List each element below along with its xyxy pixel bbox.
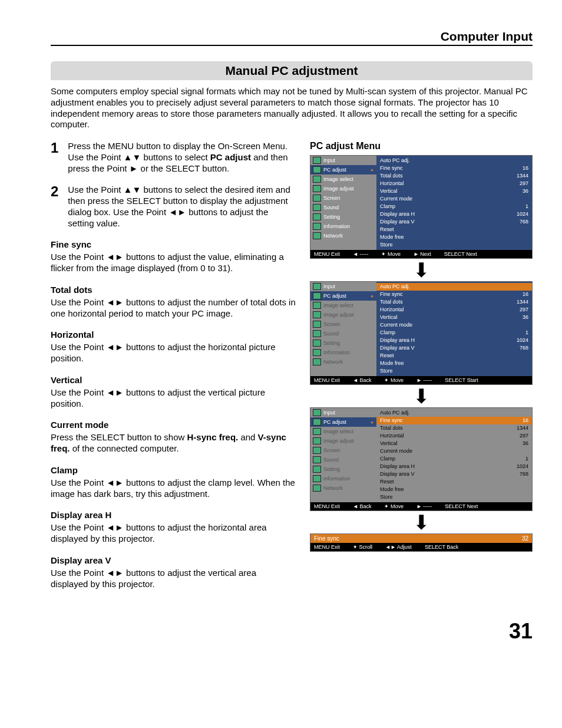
subsection-body: Use the Point ◄► buttons to adjust the h… [51,342,296,364]
menu-item: Network [310,357,376,367]
down-arrow-icon: ⬇ [310,512,533,532]
menu-icon [313,358,321,365]
subsection-heading: Fine sync [51,239,296,249]
status-item: MENU Exit [314,544,340,550]
value-row: Auto PC adj. [380,409,528,417]
menu-item: Input [310,156,376,165]
subsection-vertical: Vertical Use the Point ◄► buttons to adj… [51,375,296,410]
menu-icon [313,166,321,173]
status-item: ✦ Move [381,251,401,257]
section-title: Manual PC adjustment [51,61,533,80]
subsection-body: Use the Point ◄► buttons to adjust the c… [51,477,296,500]
value-row: Clamp1 [380,203,528,210]
status-item: SELECT Back [425,544,458,550]
value-row: Auto PC adj. [376,283,532,291]
value-row: Total dots1344 [380,172,528,180]
step-number: 1 [51,141,58,174]
menu-item: Image adjust [310,184,376,193]
subsection-horizontal: Horizontal Use the Point ◄► buttons to a… [51,330,296,364]
osd-screenshot-1: InputPC adjust ▸Image selectImage adjust… [310,155,533,259]
menu-icon [313,340,321,347]
menu-item: Setting [310,212,376,222]
subsection-heading: Display area V [51,555,296,565]
menu-icon [313,283,321,290]
status-item: MENU Exit [314,251,340,257]
subsection-body: Press the SELECT button to show H-sync f… [51,432,296,454]
status-item: MENU Exit [314,377,340,383]
subsection-heading: Total dots [51,285,296,295]
value-row: Mode free [380,233,528,241]
menu-item: Setting [310,465,376,474]
subsection-heading: Vertical [51,375,296,385]
value-row: Auto PC adj. [380,157,528,164]
value-row: Current mode [380,447,528,455]
subsection-clamp: Clamp Use the Point ◄► buttons to adjust… [51,465,296,500]
menu-icon [313,232,321,239]
osd-screenshot-3: InputPC adjust ▸Image selectImage adjust… [310,407,533,511]
subsection-total-dots: Total dots Use the Point ◄► buttons to a… [51,285,296,319]
menu-item: Setting [310,338,376,348]
value-row: Horizontal297 [380,432,528,440]
menu-icon [313,157,321,164]
status-item: ✦ Move [384,503,404,509]
status-item: ◄ Back [353,377,371,383]
status-item: ✦ Scroll [353,544,372,550]
menu-item: Network [310,483,376,493]
value-row: Total dots1344 [380,298,528,306]
step-body: Press the MENU button to display the On-… [68,141,296,174]
value-row: Store [380,241,528,249]
step-number: 2 [51,185,58,229]
value-row: Display area V768 [380,470,528,478]
value-row: Fine sync16 [380,164,528,172]
menu-icon [313,292,321,299]
status-item: ◄ ----- [353,251,368,257]
menu-icon [313,456,321,463]
menu-icon [313,321,321,328]
menu-icon [313,302,321,309]
menu-icon [313,204,321,211]
menu-icon [313,330,321,337]
adjust-value: 32 [522,535,528,542]
subsection-display-area-v: Display area V Use the Point ◄► buttons … [51,555,296,590]
menu-item: Image select [310,174,376,184]
menu-icon [313,185,321,192]
value-row: Clamp1 [380,329,528,337]
value-row: Mode free [380,360,528,367]
subsection-current-mode: Current mode Press the SELECT button to … [51,420,296,454]
value-row: Horizontal297 [380,180,528,187]
menu-item: Screen [310,193,376,203]
value-row: Display area H1024 [380,463,528,470]
menu-icon [313,466,321,473]
menu-item: Image select [310,301,376,310]
status-item: ► ----- [416,377,432,383]
value-row: Reset [380,226,528,233]
status-item: SELECT Next [444,251,477,257]
status-item: ► Next [414,251,431,257]
menu-icon [313,176,321,183]
osd-screenshot-2: InputPC adjust ▸Image selectImage adjust… [310,281,533,385]
status-item: ► ----- [416,503,432,509]
menu-icon [313,447,321,454]
subsection-body: Use the Point ◄► buttons to adjust the v… [51,387,296,410]
menu-icon [313,437,321,444]
status-item: ◄ Back [353,503,371,509]
menu-icon [313,419,321,426]
menu-icon [313,428,321,435]
menu-icon [313,213,321,220]
value-row: Display area H1024 [380,210,528,218]
value-row: Vertical36 [380,440,528,447]
status-item: ✦ Move [384,377,404,383]
menu-icon [313,311,321,318]
subsection-heading: Clamp [51,465,296,475]
menu-item: Information [310,474,376,483]
value-row: Store [380,493,528,501]
value-row: Fine sync16 [376,417,532,424]
value-row: Reset [380,352,528,360]
value-row: Display area V768 [380,218,528,226]
menu-item: PC adjust ▸ [310,291,376,301]
pc-adjust-menu-title: PC adjust Menu [310,141,533,151]
menu-item: Image adjust [310,436,376,446]
value-row: Fine sync16 [380,291,528,298]
value-row: Reset [380,478,528,486]
menu-icon [313,223,321,230]
